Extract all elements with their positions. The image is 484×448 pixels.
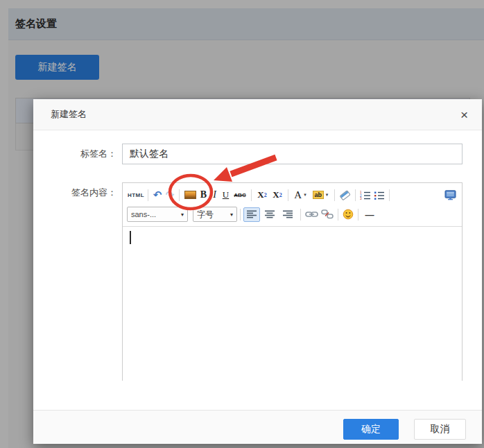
superscript-base: X: [257, 189, 263, 200]
signature-content-editor: HTML ↶ ↷ B I U ABC X2 X2: [122, 182, 463, 381]
highlight-icon: ab: [313, 191, 324, 199]
close-icon[interactable]: ×: [460, 108, 468, 121]
link-icon: [305, 210, 318, 218]
unordered-list-button[interactable]: [372, 187, 386, 203]
chevron-down-icon: ▾: [181, 212, 184, 218]
chevron-down-icon: ▾: [304, 192, 306, 198]
svg-text:3: 3: [360, 197, 362, 200]
toolbar-separator: [179, 189, 180, 201]
align-left-button[interactable]: [243, 207, 260, 222]
chevron-down-icon: ▾: [230, 212, 233, 218]
cancel-button[interactable]: 取消: [414, 419, 466, 440]
ordered-list-icon: 1 2 3: [360, 191, 371, 200]
ordered-list-button[interactable]: 1 2 3: [358, 187, 372, 203]
toolbar-separator: [288, 189, 288, 201]
image-icon: [184, 191, 196, 199]
confirm-button[interactable]: 确定: [343, 419, 399, 440]
subscript-sub: 2: [279, 192, 282, 198]
toolbar-separator: [355, 189, 356, 201]
toolbar-separator: [338, 209, 338, 221]
eraser-icon: [339, 190, 351, 200]
underline-button[interactable]: U: [220, 187, 232, 203]
signature-content-label: 签名内容：: [33, 182, 116, 203]
label-name-field-label: 标签名：: [33, 144, 116, 164]
toolbar-separator: [240, 209, 241, 221]
dialog-header: 新建签名 ×: [33, 99, 482, 130]
monitor-icon: [444, 190, 456, 200]
dialog-footer: 确定 取消: [33, 410, 482, 444]
font-color-button[interactable]: A ▾: [291, 187, 309, 203]
insert-image-button[interactable]: [182, 187, 198, 203]
dialog-title: 新建签名: [51, 108, 87, 121]
html-source-button[interactable]: HTML: [127, 187, 145, 203]
font-size-value: 字号: [197, 209, 214, 221]
toolbar-separator: [358, 209, 358, 221]
toolbar-separator: [300, 209, 301, 221]
subscript-button[interactable]: X2: [270, 187, 285, 203]
bold-button[interactable]: B: [198, 187, 209, 203]
screen: 签名设置 新建签名 新建签名 × 标签名： 签名内容： HTML ↶ ↷: [0, 0, 484, 448]
unlink-button[interactable]: [320, 207, 335, 222]
align-right-button[interactable]: [279, 207, 296, 222]
smiley-icon: [343, 209, 354, 220]
editor-text-area[interactable]: [123, 227, 462, 385]
emoticon-button[interactable]: [341, 207, 355, 222]
strikethrough-button[interactable]: ABC: [232, 187, 248, 203]
signature-name-input[interactable]: [122, 144, 463, 164]
editor-toolbar: HTML ↶ ↷ B I U ABC X2 X2: [123, 183, 462, 227]
undo-icon[interactable]: ↶: [151, 187, 164, 203]
unlink-icon: [321, 209, 334, 219]
font-family-select[interactable]: sans-... ▾: [127, 207, 188, 222]
text-caret: [130, 231, 131, 244]
remove-format-button[interactable]: [338, 187, 352, 203]
italic-button[interactable]: I: [209, 187, 220, 203]
superscript-button[interactable]: X2: [254, 187, 270, 203]
toolbar-separator: [334, 189, 335, 201]
new-signature-dialog: 新建签名 × 标签名： 签名内容： HTML ↶ ↷ B I: [33, 99, 482, 444]
highlight-color-button[interactable]: ab ▾: [309, 187, 331, 203]
toolbar-row-1: HTML ↶ ↷ B I U ABC X2 X2: [127, 185, 458, 205]
redo-icon: ↷: [164, 187, 176, 203]
insert-link-button[interactable]: [304, 207, 320, 222]
align-center-icon: [265, 210, 275, 218]
toolbar-separator: [389, 189, 390, 201]
chevron-down-icon: ▾: [326, 192, 329, 198]
toolbar-separator: [251, 189, 252, 201]
toolbar-separator: [148, 189, 148, 201]
subscript-base: X: [273, 189, 279, 200]
unordered-list-icon: [374, 191, 385, 200]
horizontal-rule-button[interactable]: —: [361, 207, 378, 222]
font-size-select[interactable]: 字号 ▾: [193, 207, 237, 222]
toolbar-row-2: sans-... ▾ 字号 ▾: [127, 205, 458, 223]
align-center-button[interactable]: [261, 207, 278, 222]
superscript-exp: 2: [264, 192, 267, 198]
font-family-value: sans-...: [131, 210, 156, 218]
align-left-icon: [247, 210, 257, 218]
fullscreen-button[interactable]: [443, 187, 458, 203]
font-color-letter: A: [294, 189, 302, 201]
align-right-icon: [283, 210, 293, 218]
